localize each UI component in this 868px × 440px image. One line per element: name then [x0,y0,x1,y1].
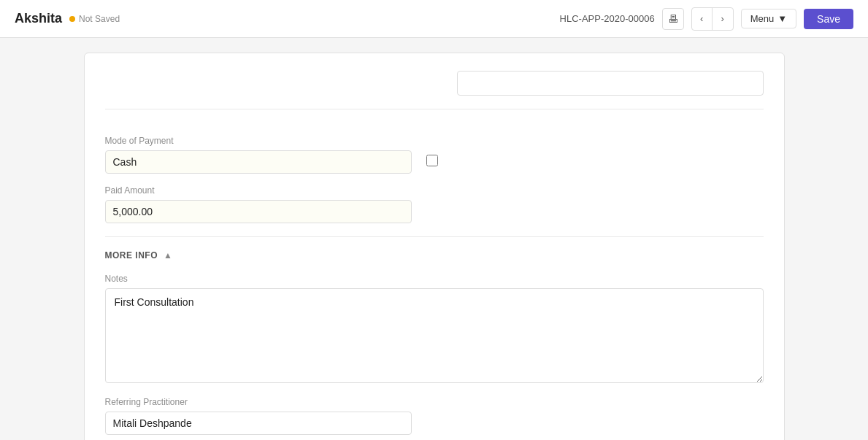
payment-checkbox[interactable] [426,155,438,166]
app-title: Akshita [15,11,62,26]
referring-practitioner-group: Referring Practitioner [105,397,764,435]
referring-practitioner-input[interactable] [105,412,412,435]
notes-label: Notes [105,274,764,284]
top-input[interactable] [457,71,764,96]
main-content: Mode of Payment Paid Amount MORE INFO ▲ … [0,38,868,440]
top-section [105,71,764,109]
mode-of-payment-input[interactable] [105,150,412,174]
more-info-section: MORE INFO ▲ Notes First Consultation Ref… [105,237,764,435]
notes-textarea[interactable]: First Consultation [105,288,764,383]
payment-section: Mode of Payment Paid Amount [105,123,764,237]
prev-button[interactable]: ‹ [692,8,713,30]
chevron-up-icon: ▲ [164,250,172,260]
paid-amount-label: Paid Amount [105,185,764,196]
referring-practitioner-label: Referring Practitioner [105,397,764,407]
save-status: Not Saved [69,14,120,24]
print-icon: 🖶 [668,13,678,25]
form-card: Mode of Payment Paid Amount MORE INFO ▲ … [84,53,785,440]
app-header: Akshita Not Saved HLC-APP-2020-00006 🖶 ‹… [0,0,868,38]
save-button[interactable]: Save [804,9,853,29]
next-button[interactable]: › [713,8,733,30]
status-text: Not Saved [79,14,120,24]
mode-of-payment-label: Mode of Payment [105,136,412,146]
paid-amount-group: Paid Amount [105,185,764,223]
menu-button[interactable]: Menu ▼ [741,9,796,28]
paid-amount-input[interactable] [105,200,412,223]
more-info-label: MORE INFO [105,250,158,260]
header-left: Akshita Not Saved [15,11,120,26]
status-dot [69,16,75,22]
print-button[interactable]: 🖶 [662,8,684,30]
mode-of-payment-group: Mode of Payment [105,136,412,174]
checkbox-area [426,155,438,166]
notes-group: Notes First Consultation [105,274,764,385]
menu-dropdown-icon: ▼ [777,13,787,24]
more-info-toggle[interactable]: MORE INFO ▲ [105,250,764,260]
header-right: HLC-APP-2020-00006 🖶 ‹ › Menu ▼ Save [560,7,853,31]
menu-label: Menu [750,13,775,24]
nav-arrows-group: ‹ › [691,7,734,31]
document-id: HLC-APP-2020-00006 [560,13,655,24]
